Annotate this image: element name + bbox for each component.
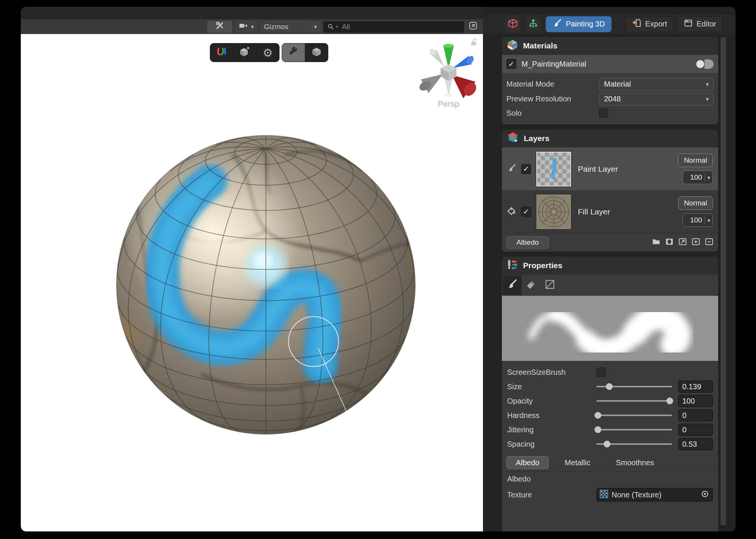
blend-mode-button[interactable]: Normal [678, 154, 713, 167]
channel-tab-albedo[interactable]: Albedo [506, 456, 549, 469]
cube-plus-icon [239, 46, 250, 59]
fill-layer-thumbnail[interactable] [536, 194, 571, 230]
panel-scrollbar[interactable] [720, 36, 727, 528]
slider-thumb[interactable] [595, 426, 601, 433]
layers-stack-icon [507, 132, 519, 146]
diagonal-square-icon [545, 279, 555, 291]
check-icon: ✓ [508, 60, 514, 68]
properties-icon [507, 259, 518, 272]
layer-visibility-checkbox[interactable]: ✓ [521, 207, 531, 217]
add-cube-button[interactable] [233, 43, 256, 62]
material-enabled-checkbox[interactable]: ✓ [506, 59, 516, 69]
sphere-3d-viewport[interactable] [21, 34, 483, 531]
search-value: All [342, 23, 350, 31]
scene-panel: ▾ Gizmos ▾ All [21, 7, 483, 531]
spacing-value-field[interactable]: 0.53 [678, 438, 713, 450]
maximize-button[interactable] [467, 21, 480, 33]
gradient-tool-button[interactable] [540, 275, 559, 295]
preview-resolution-label: Preview Resolution [506, 95, 599, 103]
expand-icon[interactable] [678, 237, 687, 248]
folder-icon[interactable] [652, 237, 661, 248]
slider-thumb[interactable] [604, 441, 610, 447]
object-picker-icon[interactable] [700, 489, 709, 500]
maximize-icon [468, 21, 478, 33]
umodeler-logo-button[interactable] [210, 43, 233, 62]
editor-button[interactable]: Editor [678, 16, 722, 32]
slider-thumb[interactable] [595, 412, 601, 419]
paint-tool-mode-button[interactable] [282, 43, 305, 62]
umodeler-logo-icon [216, 47, 227, 58]
layer-opacity-dropdown[interactable]: 100 ▾ [683, 171, 713, 184]
preview-resolution-dropdown[interactable]: 2048 ▾ [599, 93, 714, 106]
screen-size-brush-checkbox[interactable] [596, 368, 605, 377]
chevron-down-icon: ▾ [705, 217, 713, 223]
materials-title: Materials [523, 41, 557, 50]
channel-tab-smoothness[interactable]: Smoothnes [606, 458, 664, 467]
cube-mode-button[interactable] [305, 43, 328, 62]
layer-row-fill[interactable]: ✓ [502, 190, 718, 233]
scrollbar-thumb[interactable] [720, 37, 726, 525]
tab-painting-3d[interactable]: Painting 3D [546, 16, 612, 32]
texture-value: None (Texture) [612, 491, 697, 499]
search-input[interactable]: All [323, 21, 464, 33]
hardness-slider[interactable] [596, 409, 672, 422]
material-mode-dropdown[interactable]: Material ▾ [599, 78, 714, 91]
properties-title: Properties [523, 261, 562, 270]
layer-visibility-checkbox[interactable]: ✓ [521, 164, 531, 174]
texture-label: Texture [507, 491, 596, 499]
spacing-slider[interactable] [596, 438, 672, 450]
channel-select-button[interactable]: Albedo [506, 236, 549, 249]
channel-tab-metallic[interactable]: Metallic [549, 458, 606, 467]
material-mode-value: Material [604, 80, 631, 89]
brush-tool-button[interactable] [503, 275, 522, 295]
size-slider[interactable] [596, 380, 672, 393]
hardness-label: Hardness [507, 411, 596, 420]
lock-icon[interactable] [470, 38, 478, 48]
hardness-value-field[interactable]: 0 [678, 409, 713, 421]
tools-toggle-button[interactable] [207, 21, 232, 33]
perspective-label[interactable]: Persp [424, 99, 473, 109]
camera-icon [239, 22, 248, 32]
mask-icon[interactable] [665, 237, 674, 248]
editor-window: ▾ Gizmos ▾ All [21, 7, 736, 531]
slider-thumb[interactable] [606, 383, 613, 390]
material-toggle[interactable] [695, 59, 714, 69]
gizmos-dropdown[interactable]: Gizmos ▾ [260, 21, 321, 33]
solo-checkbox[interactable] [599, 109, 608, 118]
spacing-row: Spacing 0.53 [507, 438, 713, 450]
opacity-slider[interactable] [596, 395, 672, 407]
panel-tab-bar: Painting 3D Export [483, 14, 736, 34]
materials-cube-icon [507, 39, 518, 53]
fill-bucket-icon [507, 207, 516, 217]
blend-mode-button[interactable]: Normal [678, 196, 713, 210]
tab-uv-cube[interactable] [505, 16, 521, 32]
opacity-value-field[interactable]: 100 [678, 395, 713, 407]
export-button[interactable]: Export [626, 16, 673, 32]
layers-section: Layers ✓ [501, 129, 719, 252]
add-layer-icon[interactable] [691, 237, 700, 248]
tab-hierarchy[interactable] [525, 16, 541, 32]
jittering-row: Jittering 0 [507, 423, 713, 436]
material-row[interactable]: ✓ M_PaintingMaterial [502, 55, 718, 73]
size-value-field[interactable]: 0.139 [678, 381, 713, 393]
search-icon [327, 23, 338, 31]
slider-thumb[interactable] [666, 398, 673, 404]
texture-object-field[interactable]: None (Texture) [596, 488, 713, 502]
chevron-down-icon: ▾ [706, 96, 709, 102]
layer-opacity-dropdown[interactable]: 100 ▾ [683, 213, 713, 227]
material-mode-label: Material Mode [506, 80, 599, 89]
paint-layer-thumbnail[interactable] [536, 151, 571, 187]
layer-name: Paint Layer [578, 165, 673, 174]
brush-stroke-preview [502, 296, 718, 361]
jittering-value-field[interactable]: 0 [678, 424, 713, 436]
camera-settings-button[interactable]: ▾ [235, 21, 258, 33]
node-tree-icon [528, 19, 538, 30]
scene-view[interactable]: ⚙ [21, 34, 483, 531]
paintbrush-icon [553, 19, 562, 30]
remove-layer-icon[interactable] [705, 237, 714, 248]
layers-title: Layers [524, 134, 550, 143]
layer-row-paint[interactable]: ✓ Paint Layer Normal [502, 148, 718, 190]
settings-button[interactable]: ⚙ [256, 43, 279, 62]
jittering-slider[interactable] [596, 423, 672, 436]
eraser-tool-button[interactable] [522, 275, 540, 295]
